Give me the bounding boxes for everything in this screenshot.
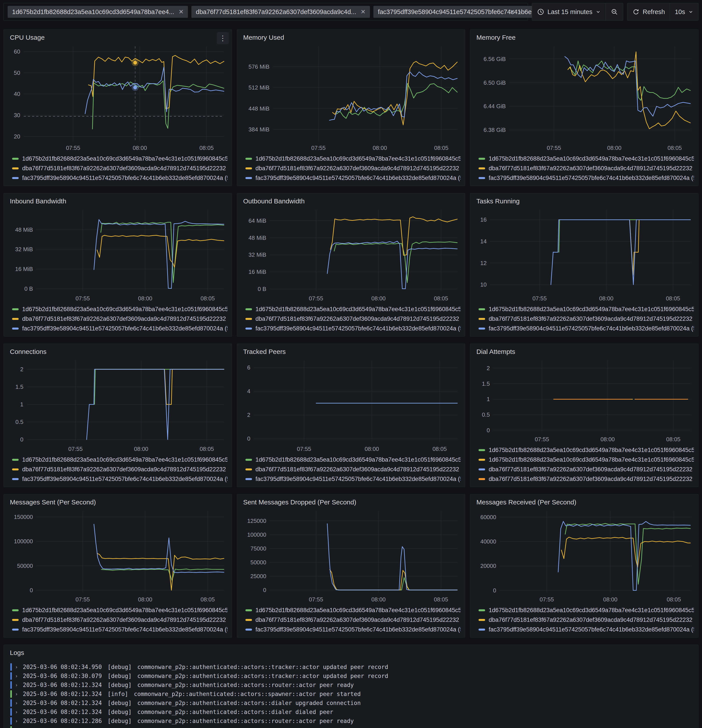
legend-item[interactable]: 1d675b2d1fb82688d23a5ea10c69cd3d6549a78b… bbox=[479, 605, 694, 615]
log-timestamp: 2025-03-06 08:02:12.324 bbox=[23, 709, 102, 715]
legend-label: 1d675b2d1fb82688d23a5ea10c69cd3d6549a78b… bbox=[22, 155, 227, 162]
log-row[interactable]: ›2025-03-06 08:02:12.324[info]commonware… bbox=[10, 689, 694, 698]
expand-chevron-icon[interactable]: › bbox=[15, 664, 20, 670]
legend-item[interactable]: dba76f77d5181ef83f67a92262a6307def3609ac… bbox=[479, 474, 694, 484]
legend: 1d675b2d1fb82688d23a5ea10c69cd3d6549a78b… bbox=[8, 153, 227, 183]
svg-text:07:55: 07:55 bbox=[540, 596, 554, 603]
legend-item[interactable]: dba76f77d5181ef83f67a92262a6307def3609ac… bbox=[12, 314, 227, 324]
filter-chip[interactable]: 1d675b2d1fb82688d23a5ea10c69cd3d6549a78b… bbox=[8, 6, 188, 18]
clear-filters-icon[interactable]: ✕ bbox=[510, 8, 515, 16]
log-row[interactable]: ›2025-03-06 08:02:12.324[debug]commonwar… bbox=[10, 680, 694, 689]
legend-item[interactable]: dba76f77d5181ef83f67a92262a6307def3609ac… bbox=[12, 163, 227, 173]
legend-label: 1d675b2d1fb82688d23a5ea10c69cd3d6549a78b… bbox=[489, 456, 694, 463]
legend-label: dba76f77d5181ef83f67a92262a6307def3609ac… bbox=[489, 466, 694, 473]
legend-item[interactable]: dba76f77d5181ef83f67a92262a6307def3609ac… bbox=[12, 615, 227, 625]
log-message: commonware_p2p::authenticated::actors::t… bbox=[138, 673, 388, 679]
legend-item[interactable]: 1d675b2d1fb82688d23a5ea10c69cd3d6549a78b… bbox=[12, 455, 227, 465]
legend-item[interactable]: dba76f77d5181ef83f67a92262a6307def3609ac… bbox=[245, 314, 461, 324]
log-row[interactable]: ›2025-03-06 08:02:12.324[debug]commonwar… bbox=[10, 698, 694, 707]
legend-item[interactable]: 1d675b2d1fb82688d23a5ea10c69cd3d6549a78b… bbox=[245, 304, 461, 314]
legend-item[interactable]: fac3795dff39e58904c94511e57425057bfe6c74… bbox=[479, 173, 694, 183]
legend-label: 1d675b2d1fb82688d23a5ea10c69cd3d6549a78b… bbox=[256, 456, 461, 463]
chart-memory-free[interactable]: 07:5508:0008:056.56 GiB6.50 GiB6.44 GiB6… bbox=[475, 43, 694, 153]
log-row[interactable]: › bbox=[10, 725, 694, 728]
legend-item[interactable]: dba76f77d5181ef83f67a92262a6307def3609ac… bbox=[245, 163, 461, 173]
legend-item[interactable]: fac3795dff39e58904c94511e57425057bfe6c74… bbox=[12, 474, 227, 484]
legend-item[interactable]: fac3795dff39e58904c94511e57425057bfe6c74… bbox=[12, 324, 227, 333]
legend-item[interactable]: dba76f77d5181ef83f67a92262a6307def3609ac… bbox=[479, 314, 694, 324]
chart-tasks-running[interactable]: 07:5508:0008:0516141210 bbox=[475, 207, 694, 303]
log-row[interactable]: ›2025-03-06 08:02:12.286[debug]commonwar… bbox=[10, 716, 694, 725]
chart-outbound-bandwidth[interactable]: 07:5508:0008:0564 MiB48 MiB32 MiB16 MiB0… bbox=[242, 207, 461, 303]
expand-chevron-icon[interactable]: › bbox=[15, 700, 20, 706]
legend-item[interactable]: 1d675b2d1fb82688d23a5ea10c69cd3d6549a78b… bbox=[245, 605, 461, 615]
panel-title: Messages Received (Per Second) bbox=[475, 497, 694, 508]
legend-item[interactable]: dba76f77d5181ef83f67a92262a6307def3609ac… bbox=[245, 615, 461, 625]
legend-item[interactable]: 1d675b2d1fb82688d23a5ea10c69cd3d6549a78b… bbox=[479, 304, 694, 314]
chart-dial-attempts[interactable]: 07:5508:0008:0521.510.50 bbox=[475, 357, 694, 444]
log-level-bar bbox=[10, 690, 12, 698]
legend-label: fac3795dff39e58904c94511e57425057bfe6c74… bbox=[489, 626, 694, 633]
legend-item[interactable]: dba76f77d5181ef83f67a92262a6307def3609ac… bbox=[479, 163, 694, 173]
legend-item[interactable]: 1d675b2d1fb82688d23a5ea10c69cd3d6549a78b… bbox=[12, 154, 227, 163]
expand-chevron-icon[interactable]: › bbox=[15, 709, 20, 715]
legend-item[interactable]: fac3795dff39e58904c94511e57425057bfe6c74… bbox=[245, 474, 461, 484]
svg-text:0: 0 bbox=[263, 587, 266, 593]
legend-item[interactable]: fac3795dff39e58904c94511e57425057bfe6c74… bbox=[479, 324, 694, 333]
legend-item[interactable]: dba76f77d5181ef83f67a92262a6307def3609ac… bbox=[12, 465, 227, 474]
log-row[interactable]: ›2025-03-06 08:02:30.079[debug]commonwar… bbox=[10, 672, 694, 680]
time-range-button[interactable]: Last 15 minutes bbox=[532, 3, 606, 20]
log-row[interactable]: ›2025-03-06 08:02:34.950[debug]commonwar… bbox=[10, 662, 694, 672]
legend-item[interactable]: 1d675b2d1fb82688d23a5ea10c69cd3d6549a78b… bbox=[245, 154, 461, 163]
legend-item[interactable]: fac3795dff39e58904c94511e57425057bfe6c74… bbox=[245, 324, 461, 333]
svg-text:512 MiB: 512 MiB bbox=[249, 84, 269, 91]
panel-menu-icon[interactable]: ⋮ bbox=[217, 32, 229, 44]
expand-chevron-icon[interactable]: › bbox=[15, 682, 20, 688]
log-level: [debug] bbox=[107, 664, 132, 670]
expand-chevron-icon[interactable]: › bbox=[15, 727, 20, 728]
legend-item[interactable]: dba76f77d5181ef83f67a92262a6307def3609ac… bbox=[245, 465, 461, 474]
legend-swatch bbox=[245, 478, 252, 480]
zoom-out-button[interactable] bbox=[606, 3, 623, 20]
expand-chevron-icon[interactable]: › bbox=[15, 718, 20, 724]
legend-swatch bbox=[245, 328, 252, 329]
remove-filter-icon[interactable]: ✕ bbox=[179, 8, 184, 15]
chart-memory-used[interactable]: 07:5508:0008:05576 MiB512 MiB448 MiB384 … bbox=[242, 43, 461, 153]
legend-item[interactable]: dba76f77d5181ef83f67a92262a6307def3609ac… bbox=[479, 615, 694, 625]
legend-item[interactable]: fac3795dff39e58904c94511e57425057bfe6c74… bbox=[479, 625, 694, 634]
legend-item[interactable]: 1d675b2d1fb82688d23a5ea10c69cd3d6549a78b… bbox=[479, 445, 694, 455]
chart-messages-sent[interactable]: 07:5508:0008:05150000100000500000 bbox=[8, 508, 227, 604]
refresh-button[interactable]: Refresh bbox=[627, 3, 670, 20]
chart-inbound-bandwidth[interactable]: 07:5508:0008:0548 MiB32 MiB16 MiB0 B bbox=[8, 207, 227, 303]
legend-item[interactable]: dba76f77d5181ef83f67a92262a6307def3609ac… bbox=[479, 465, 694, 474]
legend-item[interactable]: 1d675b2d1fb82688d23a5ea10c69cd3d6549a78b… bbox=[12, 304, 227, 314]
legend-item[interactable]: 1d675b2d1fb82688d23a5ea10c69cd3d6549a78b… bbox=[245, 455, 461, 465]
log-row[interactable]: ›2025-03-06 08:02:12.324[debug]commonwar… bbox=[10, 707, 694, 716]
expand-chevron-icon[interactable]: › bbox=[15, 673, 20, 679]
log-timestamp: 2025-03-06 08:02:12.286 bbox=[23, 718, 102, 724]
chart-messages-received[interactable]: 07:5508:0008:056000040000200000 bbox=[475, 508, 694, 604]
chart-sent-messages-dropped[interactable]: 07:5508:0008:051250001000007500050000250… bbox=[242, 508, 461, 604]
expand-chevron-icon[interactable]: › bbox=[15, 691, 20, 697]
legend-swatch bbox=[245, 628, 252, 631]
remove-filter-icon[interactable]: ✕ bbox=[360, 8, 366, 15]
chart-cpu-usage[interactable]: 07:5508:0008:056050403020 bbox=[8, 43, 227, 153]
filter-chip[interactable]: fac3795dff39e58904c94511e57425057bfe6c74… bbox=[373, 6, 550, 18]
legend-item[interactable]: fac3795dff39e58904c94511e57425057bfe6c74… bbox=[12, 625, 227, 634]
legend-item[interactable]: fac3795dff39e58904c94511e57425057bfe6c74… bbox=[12, 173, 227, 183]
legend-item[interactable]: fac3795dff39e58904c94511e57425057bfe6c74… bbox=[245, 625, 461, 634]
legend-item[interactable]: 1d675b2d1fb82688d23a5ea10c69cd3d6549a78b… bbox=[479, 154, 694, 163]
svg-text:40000: 40000 bbox=[481, 538, 496, 545]
legend-item[interactable]: 1d675b2d1fb82688d23a5ea10c69cd3d6549a78b… bbox=[479, 455, 694, 465]
legend-item[interactable]: 1d675b2d1fb82688d23a5ea10c69cd3d6549a78b… bbox=[12, 605, 227, 615]
chevron-down-icon bbox=[596, 9, 601, 14]
filter-chip[interactable]: dba76f77d5181ef83f67a92262a6307def3609ac… bbox=[191, 6, 370, 18]
refresh-interval-button[interactable]: 10s bbox=[670, 3, 698, 20]
legend-swatch bbox=[245, 308, 252, 310]
chevron-down-icon[interactable] bbox=[518, 9, 524, 15]
chart-tracked-peers[interactable]: 07:5508:0008:056420 bbox=[242, 357, 461, 454]
legend-item[interactable]: fac3795dff39e58904c94511e57425057bfe6c74… bbox=[245, 173, 461, 183]
log-level: [debug] bbox=[107, 700, 132, 706]
log-level: [debug] bbox=[107, 682, 132, 688]
chart-connections[interactable]: 07:5508:0008:0521.510.50 bbox=[8, 357, 227, 454]
